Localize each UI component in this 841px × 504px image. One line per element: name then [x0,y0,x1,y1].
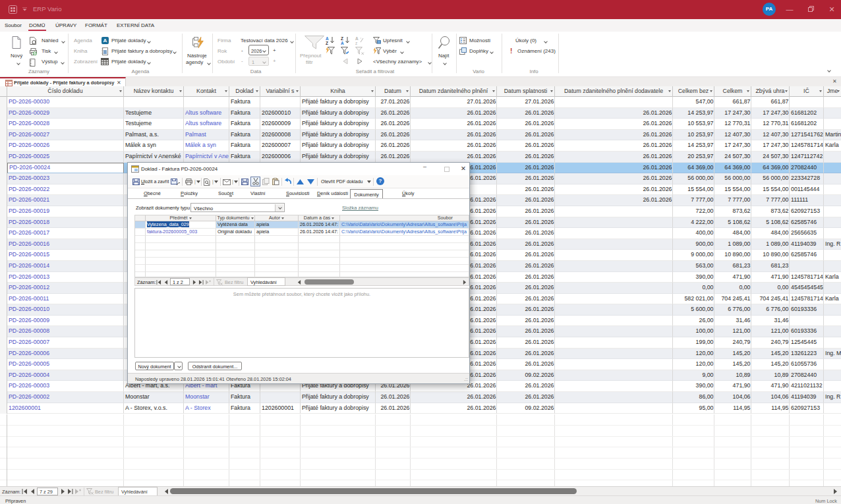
svg-text:A: A [326,36,329,41]
svg-text:Z: Z [341,36,343,41]
svg-text:Z: Z [326,41,328,45]
svg-text:A: A [341,41,344,45]
svg-text:A: A [355,36,359,41]
svg-text:z: z [355,41,357,45]
